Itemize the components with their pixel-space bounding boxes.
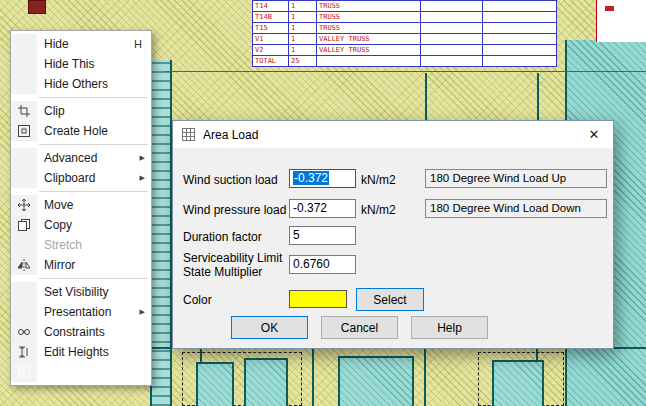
table-cell: VALLEY TRUSS [317, 45, 421, 56]
edit-heights-icon [17, 345, 31, 359]
wind-suction-load-input[interactable]: -0.372 [289, 169, 356, 188]
clip-icon [17, 104, 31, 118]
menu-item-hide-others[interactable]: Hide Others [11, 74, 151, 94]
menu-item-label: Create Hole [44, 124, 108, 138]
serviceability-limit-input[interactable]: 0.6760 [289, 255, 356, 274]
duration-factor-input[interactable]: 5 [289, 226, 356, 245]
wind-pressure-load-input[interactable]: -0.372 [289, 199, 356, 218]
dialog-title: Area Load [203, 128, 258, 142]
constraints-icon [17, 325, 31, 339]
duration-factor-label: Duration factor [183, 230, 262, 244]
table-cell [421, 45, 483, 56]
context-menu: Hide H Hide This Hide Others Clip Create… [10, 30, 152, 386]
menu-separator [39, 278, 148, 279]
create-hole-icon [17, 124, 31, 138]
wind-suction-load-label: Wind suction load [183, 173, 278, 187]
cad-line-v2 [312, 349, 314, 406]
table-cell: VALLEY TRUSS [317, 34, 421, 45]
menu-item-set-visibility[interactable]: Set Visibility [11, 282, 151, 302]
wind-pressure-load-label: Wind pressure load [183, 203, 286, 217]
table-cell [483, 56, 557, 67]
table-cell [483, 23, 557, 34]
dialog-titlebar[interactable]: Area Load ✕ [173, 121, 613, 148]
menu-item-label: Constraints [44, 325, 105, 339]
cad-block-2 [244, 358, 288, 406]
table-cell: 1 [289, 1, 317, 12]
cad-line-v6 [537, 73, 539, 120]
menu-item-presentation[interactable]: Presentation ▶ [11, 302, 151, 322]
color-label: Color [183, 293, 212, 307]
menu-item-label: Presentation [44, 305, 111, 319]
menu-item-clip[interactable]: Clip [11, 101, 151, 121]
wind-suction-load-note: 180 Degree Wind Load Up [425, 169, 607, 188]
menu-item-copy[interactable]: Copy [11, 215, 151, 235]
table-cell: T15 [253, 23, 289, 34]
cad-block-4 [492, 360, 544, 406]
cad-wall-strip [150, 60, 172, 406]
menu-item-constraints[interactable]: Constraints [11, 322, 151, 342]
menu-item-hide-this[interactable]: Hide This [11, 54, 151, 74]
copy-icon [17, 218, 31, 232]
table-cell [483, 12, 557, 23]
select-button[interactable]: Select [356, 288, 424, 311]
menu-item-label: Clip [44, 104, 65, 118]
table-cell [483, 45, 557, 56]
table-cell: 1 [289, 12, 317, 23]
table-cell: TRUSS [317, 1, 421, 12]
color-swatch[interactable] [289, 290, 347, 308]
menu-item-stretch: Stretch [11, 235, 151, 255]
menu-item-move[interactable]: Move [11, 195, 151, 215]
cad-grid-line [165, 71, 646, 72]
table-cell [421, 12, 483, 23]
menu-separator [39, 144, 148, 145]
menu-item-label: Properties [44, 365, 99, 379]
ok-button[interactable]: OK [231, 316, 308, 339]
menu-item-label: Hide [44, 37, 69, 51]
table-cell: 25 [289, 56, 317, 67]
submenu-arrow-icon: ▶ [140, 174, 145, 182]
menu-shortcut: H [134, 38, 142, 50]
app-screen: T14 1 TRUSS T14B 1 TRUSS T15 1 TRUSS V1 … [0, 0, 646, 406]
wind-pressure-load-unit: kN/m2 [361, 203, 396, 217]
menu-separator [39, 97, 148, 98]
table-cell [421, 23, 483, 34]
table-cell: 1 [289, 23, 317, 34]
table-cell [421, 1, 483, 12]
menu-item-label: Hide This [44, 57, 94, 71]
area-load-dialog: Area Load ✕ Wind suction load -0.372 kN/… [172, 120, 614, 349]
menu-item-hide[interactable]: Hide H [11, 34, 151, 54]
wind-suction-load-value: -0.372 [293, 171, 329, 185]
table-cell: V2 [253, 45, 289, 56]
area-load-dialog-icon [181, 127, 196, 142]
menu-item-label: Copy [44, 218, 72, 232]
table-cell [483, 34, 557, 45]
menu-item-clipboard[interactable]: Clipboard ▶ [11, 168, 151, 188]
menu-item-label: Edit Heights [44, 345, 109, 359]
cad-detail-patch [596, 0, 646, 42]
menu-item-create-hole[interactable]: Create Hole [11, 121, 151, 141]
help-button[interactable]: Help [411, 316, 488, 339]
cad-block-3 [338, 356, 414, 406]
cad-line-v3 [424, 349, 426, 406]
cancel-button[interactable]: Cancel [321, 316, 398, 339]
submenu-arrow-icon: ▶ [140, 308, 145, 316]
cad-line-v5 [425, 73, 427, 120]
menu-item-label: Clipboard [44, 171, 95, 185]
menu-item-label: Hide Others [44, 77, 108, 91]
cad-block-1 [196, 362, 234, 406]
menu-item-label: Stretch [44, 238, 82, 252]
cad-detail-mark [605, 6, 614, 11]
menu-item-advanced[interactable]: Advanced ▶ [11, 148, 151, 168]
menu-item-mirror[interactable]: Mirror [11, 255, 151, 275]
menu-item-label: Advanced [44, 151, 97, 165]
menu-item-edit-heights[interactable]: Edit Heights [11, 342, 151, 362]
table-cell: 1 [289, 45, 317, 56]
menu-separator [39, 191, 148, 192]
menu-item-label: Mirror [44, 258, 75, 272]
menu-item-properties[interactable]: Properties [11, 362, 151, 382]
submenu-arrow-icon: ▶ [140, 154, 145, 162]
serviceability-limit-label: Serviceability Limit State Multiplier [183, 251, 285, 279]
move-icon [17, 198, 31, 212]
table-cell: TRUSS [317, 23, 421, 34]
close-icon[interactable]: ✕ [575, 121, 613, 148]
